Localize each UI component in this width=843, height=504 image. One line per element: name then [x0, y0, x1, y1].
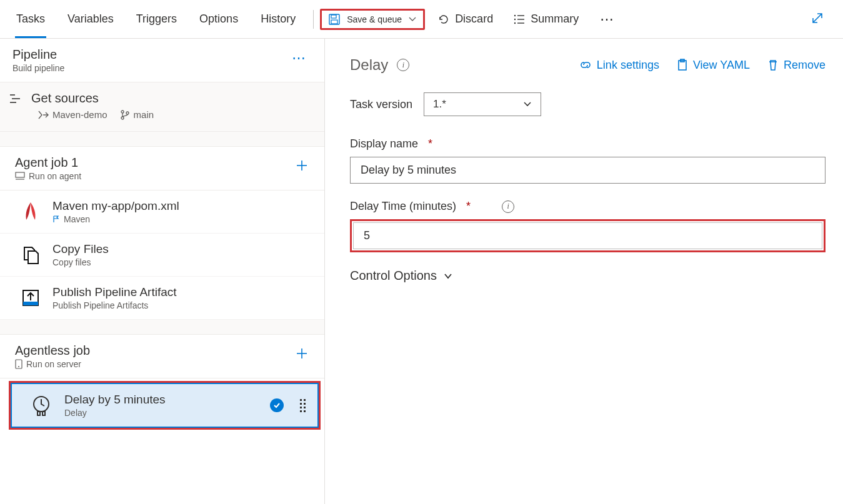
list-icon	[513, 13, 526, 26]
chevron-down-icon	[408, 15, 417, 24]
task-version-select[interactable]: 1.*	[424, 92, 541, 116]
remove-task-button[interactable]: Remove	[767, 59, 826, 72]
plus-icon	[294, 158, 309, 173]
pipeline-more-button[interactable]: ⋯	[287, 47, 312, 69]
save-and-queue-label: Save & queue	[347, 14, 402, 24]
task-name: Delay by 5 minutes	[64, 393, 260, 407]
save-and-queue-button[interactable]: Save & queue	[320, 9, 425, 30]
plus-icon	[294, 346, 309, 361]
azure-repos-icon	[37, 110, 49, 120]
info-icon[interactable]: i	[502, 200, 514, 213]
display-name-input[interactable]	[350, 157, 826, 184]
remove-label: Remove	[784, 59, 826, 72]
top-toolbar: Tasks Variables Triggers Options History…	[0, 0, 843, 39]
agent-job-header[interactable]: Agent job 1 Run on agent	[0, 147, 324, 190]
agentless-job-title: Agentless job	[15, 343, 90, 358]
svg-rect-15	[16, 172, 24, 177]
task-publish-artifact[interactable]: Publish Pipeline Artifact Publish Pipeli…	[0, 277, 324, 320]
flag-icon	[52, 215, 60, 223]
add-task-to-agent-job-button[interactable]	[288, 156, 316, 177]
agent-icon	[15, 172, 25, 180]
task-valid-badge	[270, 398, 284, 412]
pipeline-subtitle: Build pipeline	[12, 63, 64, 73]
pipeline-tree-panel: Pipeline Build pipeline ⋯ Get sources Ma…	[0, 39, 325, 504]
link-settings-label: Link settings	[597, 59, 659, 72]
highlighted-task-frame: Delay by 5 minutes Delay	[9, 381, 321, 430]
get-sources-item[interactable]: Get sources Maven-demo main	[0, 82, 324, 132]
required-marker: *	[466, 200, 471, 213]
agent-job-subtitle: Run on agent	[29, 171, 81, 181]
undo-icon	[437, 13, 450, 26]
svg-rect-27	[42, 412, 45, 415]
save-icon	[328, 13, 341, 26]
control-options-toggle[interactable]: Control Options	[350, 269, 826, 283]
toolbar-actions: Save & queue Discard Summary ⋯	[320, 0, 624, 38]
task-type-label: Delay	[64, 408, 260, 418]
agentless-job-subtitle: Run on server	[26, 359, 81, 369]
maven-icon	[19, 200, 42, 224]
display-name-label: Display name	[350, 137, 418, 151]
delay-icon	[31, 393, 54, 417]
view-yaml-button[interactable]: View YAML	[677, 59, 750, 72]
tab-variables[interactable]: Variables	[56, 0, 125, 38]
delay-time-input[interactable]	[353, 222, 822, 249]
task-delay[interactable]: Delay by 5 minutes Delay	[11, 383, 319, 428]
pipeline-title: Pipeline	[12, 47, 64, 62]
spacer	[0, 320, 324, 335]
trash-icon	[767, 59, 779, 71]
delay-time-label: Delay Time (minutes)	[350, 200, 456, 213]
drag-handle[interactable]	[300, 399, 307, 412]
task-name: Copy Files	[52, 242, 314, 256]
task-name: Maven my-app/pom.xml	[52, 199, 314, 213]
editor-tabs: Tasks Variables Triggers Options History	[5, 0, 307, 38]
info-icon[interactable]: i	[397, 59, 409, 71]
task-maven[interactable]: Maven my-app/pom.xml Maven	[0, 190, 324, 234]
get-sources-label: Get sources	[31, 91, 99, 106]
publish-artifact-icon	[19, 286, 42, 310]
task-version-value: 1.*	[433, 98, 446, 111]
add-task-to-agentless-job-button[interactable]	[288, 343, 316, 365]
task-copy-files[interactable]: Copy Files Copy files	[0, 234, 324, 277]
repo-name: Maven-demo	[52, 109, 107, 120]
main-split: Pipeline Build pipeline ⋯ Get sources Ma…	[0, 39, 843, 504]
highlighted-input-frame	[350, 219, 826, 252]
check-icon	[273, 402, 281, 409]
discard-label: Discard	[455, 12, 493, 26]
tab-triggers[interactable]: Triggers	[125, 0, 188, 38]
tab-history[interactable]: History	[249, 0, 307, 38]
more-actions-button[interactable]: ⋯	[591, 11, 624, 27]
spacer	[0, 132, 324, 147]
link-settings-button[interactable]: Link settings	[579, 59, 659, 72]
task-type-label: Publish Pipeline Artifacts	[52, 300, 314, 310]
server-icon	[15, 359, 22, 369]
expand-icon	[811, 11, 824, 25]
svg-rect-1	[331, 15, 336, 18]
clipboard-icon	[677, 59, 688, 71]
sources-icon	[9, 93, 22, 104]
fullscreen-button[interactable]	[797, 11, 838, 27]
chevron-down-icon	[443, 271, 453, 281]
tab-tasks[interactable]: Tasks	[5, 0, 56, 38]
svg-point-12	[121, 111, 124, 113]
summary-label: Summary	[531, 12, 579, 26]
svg-rect-20	[23, 302, 38, 305]
svg-point-22	[18, 366, 19, 367]
branch-name: main	[134, 109, 154, 120]
tab-options[interactable]: Options	[188, 0, 249, 38]
task-type-label: Copy files	[52, 257, 314, 267]
summary-button[interactable]: Summary	[506, 9, 586, 29]
control-options-label: Control Options	[350, 269, 437, 283]
discard-button[interactable]: Discard	[430, 9, 501, 29]
task-version-label: Task version	[350, 98, 412, 111]
detail-title: Delay	[350, 56, 388, 74]
task-detail-panel: Delay i Link settings View YAML Remove	[325, 39, 843, 504]
agentless-job-header[interactable]: Agentless job Run on server	[0, 335, 324, 378]
svg-rect-2	[331, 20, 337, 24]
svg-rect-26	[37, 412, 40, 415]
pipeline-header[interactable]: Pipeline Build pipeline ⋯	[0, 39, 324, 82]
copy-files-icon	[19, 243, 42, 267]
svg-point-4	[514, 18, 516, 19]
svg-point-13	[121, 117, 124, 119]
separator	[313, 10, 314, 29]
svg-point-14	[126, 112, 129, 114]
